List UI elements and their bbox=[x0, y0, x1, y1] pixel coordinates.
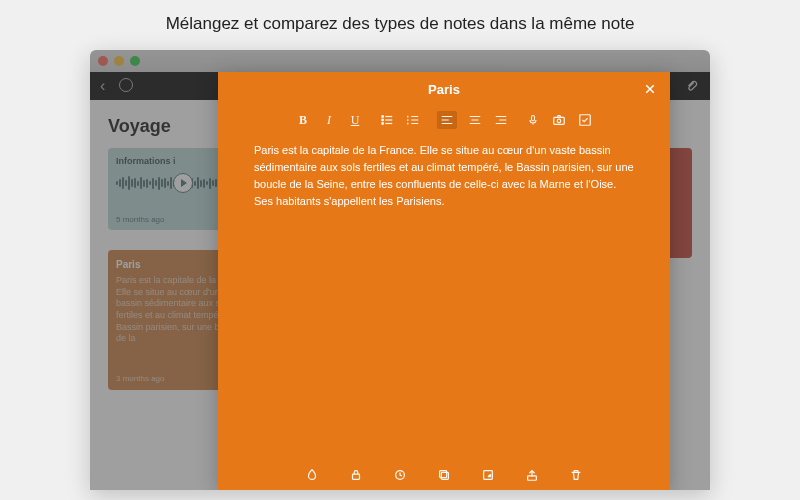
align-right-button[interactable] bbox=[493, 112, 509, 128]
checklist-insert-icon[interactable] bbox=[577, 112, 593, 128]
svg-point-5 bbox=[382, 123, 384, 125]
bullet-list-button[interactable] bbox=[379, 112, 395, 128]
ordered-list-button[interactable] bbox=[405, 112, 421, 128]
italic-button[interactable]: I bbox=[321, 112, 337, 128]
lock-icon[interactable] bbox=[348, 467, 364, 483]
svg-rect-6 bbox=[532, 116, 535, 121]
align-center-button[interactable] bbox=[467, 112, 483, 128]
svg-rect-12 bbox=[440, 471, 447, 478]
svg-rect-9 bbox=[580, 115, 591, 126]
history-icon[interactable] bbox=[392, 467, 408, 483]
align-left-button[interactable] bbox=[437, 111, 457, 129]
export-icon[interactable] bbox=[480, 467, 496, 483]
promo-headline: Mélangez et comparez des types de notes … bbox=[0, 0, 800, 44]
svg-point-8 bbox=[557, 119, 561, 123]
editor-footer bbox=[218, 460, 670, 490]
trash-icon[interactable] bbox=[568, 467, 584, 483]
svg-rect-7 bbox=[554, 117, 565, 124]
svg-rect-13 bbox=[441, 472, 448, 479]
svg-point-4 bbox=[382, 119, 384, 121]
camera-icon[interactable] bbox=[551, 112, 567, 128]
svg-rect-10 bbox=[353, 474, 360, 479]
editor-header: Paris bbox=[218, 72, 670, 106]
editor-body[interactable]: Paris est la capitale de la France. Elle… bbox=[218, 134, 670, 460]
color-tag-icon[interactable] bbox=[304, 467, 320, 483]
underline-button[interactable]: U bbox=[347, 112, 363, 128]
svg-point-3 bbox=[382, 116, 384, 118]
app-window: ‹ Voyage Informations i 5 months ago ■■■… bbox=[90, 50, 710, 490]
share-icon[interactable] bbox=[524, 467, 540, 483]
microphone-icon[interactable] bbox=[525, 112, 541, 128]
bold-button[interactable]: B bbox=[295, 112, 311, 128]
format-toolbar: B I U bbox=[218, 106, 670, 134]
editor-title: Paris bbox=[428, 82, 460, 97]
copy-icon[interactable] bbox=[436, 467, 452, 483]
note-editor-modal: Paris B I U bbox=[218, 72, 670, 490]
close-button[interactable] bbox=[642, 81, 658, 97]
